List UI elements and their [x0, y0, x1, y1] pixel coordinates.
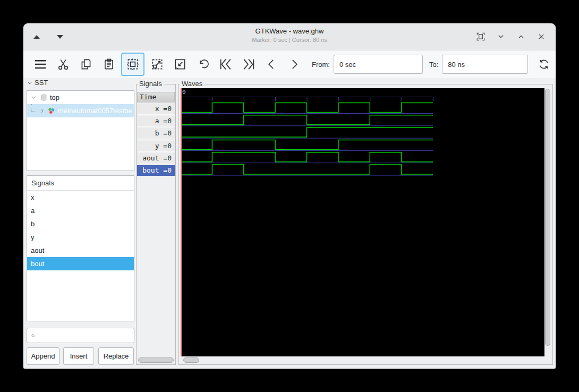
search-icon — [31, 331, 36, 340]
zoom-in-icon — [150, 57, 164, 71]
waveform-canvas[interactable]: 0 — [181, 88, 544, 356]
paste-clipboard-icon — [102, 57, 116, 71]
chevron-left-icon — [265, 57, 278, 71]
signal-value-row-b[interactable]: b =0 — [137, 128, 175, 139]
signals-frame-label: Signals — [138, 80, 164, 88]
triangle-down-icon — [57, 35, 63, 39]
tree-guide-line — [31, 104, 37, 112]
zoom-out-button[interactable] — [168, 53, 191, 76]
menu-button[interactable] — [29, 53, 52, 76]
waves-frame: Waves 0 — [178, 84, 553, 365]
paste-button[interactable] — [97, 53, 120, 76]
scrollbar-thumb[interactable] — [183, 357, 199, 363]
waves-hscrollbar[interactable] — [183, 357, 551, 363]
tree-item-label: meinautomat0057testbe — [58, 107, 132, 115]
zoom-in-button[interactable] — [146, 53, 168, 76]
replace-button[interactable]: Replace — [98, 347, 134, 365]
signals-column-hscrollbar[interactable] — [138, 357, 174, 363]
from-label: From: — [312, 61, 330, 69]
cut-button[interactable] — [52, 53, 74, 76]
expander-closed-icon[interactable] — [38, 107, 46, 115]
keep-below-button[interactable] — [54, 31, 66, 42]
chevron-right-icon — [287, 57, 301, 71]
skip-start-icon — [218, 57, 233, 72]
signal-list-item-b[interactable]: b — [27, 217, 134, 231]
undo-arrow-icon — [196, 57, 210, 71]
fullscreen-button[interactable] — [475, 31, 487, 42]
scrollbar-thumb[interactable] — [545, 89, 550, 346]
maximize-button[interactable] — [515, 31, 527, 42]
time-column-header[interactable]: Time — [137, 92, 175, 103]
signal-list-item-aout[interactable]: aout — [27, 244, 134, 257]
signal-list-item-x[interactable]: x — [27, 191, 134, 204]
sst-section-header[interactable]: SST — [27, 79, 48, 87]
copy-button[interactable] — [74, 53, 97, 76]
close-button[interactable] — [535, 31, 547, 42]
chevron-up-icon — [516, 31, 526, 42]
signal-list-item-a[interactable]: a — [27, 204, 134, 217]
append-button[interactable]: Append — [27, 347, 59, 365]
signal-value-row-x[interactable]: x =0 — [137, 104, 175, 115]
sst-header-label: SST — [35, 79, 48, 87]
signals-column-frame: Signals Time x =0 a =0 b =0 y =0 aout =0… — [136, 84, 176, 365]
close-icon — [536, 31, 547, 42]
chevron-down-icon — [27, 80, 33, 86]
signal-list-panel: Signals x a b y aout bout — [27, 175, 134, 321]
hamburger-menu-icon — [32, 56, 48, 72]
skip-to-start-button[interactable] — [214, 53, 237, 76]
sst-tree-item-testbench[interactable]: meinautomat0057testbe — [27, 104, 134, 117]
from-input[interactable] — [334, 55, 423, 74]
waveform-traces — [181, 88, 544, 356]
signal-value-row-a[interactable]: a =0 — [137, 116, 175, 127]
signal-list-header[interactable]: Signals — [27, 176, 134, 191]
gtkwave-window: GTKWave - wave.ghw Marker: 0 sec | Curso… — [23, 23, 556, 369]
scrollbar-thumb[interactable] — [138, 357, 174, 363]
waves-vscrollbar[interactable] — [544, 87, 551, 357]
next-edge-button[interactable] — [283, 53, 305, 76]
zoom-fit-icon — [126, 57, 140, 71]
scissors-icon — [56, 57, 70, 71]
signal-value-row-aout[interactable]: aout =0 — [137, 153, 175, 164]
zoom-out-icon — [173, 57, 187, 71]
insert-button[interactable]: Insert — [63, 347, 94, 365]
keep-above-button[interactable] — [31, 31, 42, 42]
waves-frame-label: Waves — [180, 80, 204, 88]
expander-open-icon[interactable] — [29, 93, 38, 102]
main-toolbar: From: To: — [23, 50, 556, 78]
signal-list-item-bout[interactable]: bout — [27, 257, 134, 270]
minimize-button[interactable] — [495, 31, 507, 42]
reload-button[interactable] — [532, 53, 555, 76]
signal-value-row-bout[interactable]: bout =0 — [137, 165, 175, 176]
tree-item-label: top — [50, 93, 59, 101]
signal-list-item-y[interactable]: y — [27, 231, 134, 244]
titlebar[interactable]: GTKWave - wave.ghw Marker: 0 sec | Curso… — [23, 23, 556, 50]
signal-value-row-y[interactable]: y =0 — [137, 141, 175, 152]
signal-search-input[interactable] — [38, 331, 134, 340]
skip-end-icon — [241, 57, 256, 72]
zoom-fit-button[interactable] — [121, 53, 144, 76]
chevron-down-icon — [496, 31, 506, 42]
time-origin-label: 0 — [182, 89, 186, 96]
module-icon — [47, 106, 56, 115]
signal-search-box[interactable] — [27, 328, 134, 343]
skip-to-end-button[interactable] — [237, 53, 260, 76]
fit-screen-icon — [475, 31, 486, 42]
copy-icon — [79, 57, 93, 71]
triangle-up-icon — [33, 35, 40, 39]
to-label: To: — [429, 61, 438, 69]
reload-icon — [537, 57, 551, 71]
sst-tree-item-top[interactable]: top — [27, 91, 134, 104]
undo-button[interactable] — [191, 53, 214, 76]
database-icon — [40, 93, 48, 101]
prev-edge-button[interactable] — [260, 53, 283, 76]
to-input[interactable] — [442, 55, 528, 74]
sst-tree-panel: top meinautomat0057testbe — [27, 90, 134, 171]
